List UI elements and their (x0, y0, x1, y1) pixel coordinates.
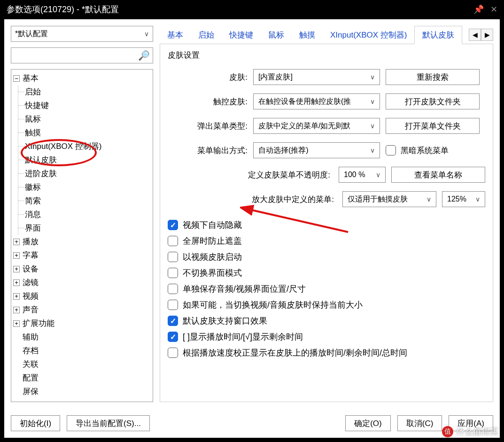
expand-icon[interactable]: + (13, 252, 20, 259)
tree-item[interactable]: 存档 (13, 344, 152, 357)
checkbox-box[interactable] (168, 332, 178, 342)
open-skin-folder-button[interactable]: 打开皮肤文件夹 (386, 93, 480, 109)
expand-icon[interactable]: + (13, 320, 20, 327)
view-menu-name-button[interactable]: 查看菜单名称 (391, 167, 485, 183)
chevron-down-icon: ∨ (370, 122, 375, 130)
research-button[interactable]: 重新搜索 (386, 69, 480, 85)
checkbox-label: 以视频皮肤启动 (183, 251, 242, 263)
tree-node-basic[interactable]: −基本 (13, 71, 152, 85)
tree-node[interactable]: +视频 (13, 289, 152, 303)
tab-start[interactable]: 启始 (191, 26, 222, 44)
checkbox-label: [ ]显示播放时间/[√]显示剩余时间 (183, 331, 303, 342)
apply-button[interactable]: 应用(A) (449, 415, 493, 431)
tree-node[interactable]: +扩展功能 (13, 317, 152, 330)
tree-node[interactable]: +滤镜 (13, 276, 152, 289)
tree-node[interactable]: +字幕 (13, 248, 152, 262)
label-menu-output: 菜单输出方式: (168, 145, 248, 156)
tree-item[interactable]: 简索 (25, 194, 152, 208)
checkbox-box[interactable] (168, 220, 178, 230)
combo-zoom-pct[interactable]: 125%∨ (442, 191, 485, 207)
combo-menu-output[interactable]: 自动选择(推荐)∨ (253, 142, 380, 158)
tab-touch[interactable]: 触摸 (292, 26, 323, 44)
tree-item[interactable]: 启始 (25, 85, 152, 99)
group-title: 皮肤设置 (168, 50, 485, 61)
chevron-down-icon: ∨ (376, 171, 380, 178)
combo-popup-type[interactable]: 皮肤中定义的菜单/如无则默∨ (253, 118, 380, 134)
checkbox-8[interactable]: 根据播放速度校正显示在皮肤上的播放时间/剩余时间/总时间 (168, 347, 485, 358)
tab-prev-button[interactable]: ◀ (469, 29, 481, 41)
combo-opacity[interactable]: 100 %∨ (339, 167, 386, 183)
label-zoom: 放大皮肤中定义的菜单: (168, 194, 337, 205)
tree-item[interactable]: 触摸 (25, 126, 152, 140)
tab-mouse[interactable]: 鼠标 (261, 26, 292, 44)
right-pane: 基本 启始 快捷键 鼠标 触摸 XInput(XBOX 控制器) 默认皮肤 ◀ … (160, 26, 493, 402)
collapse-icon[interactable]: − (13, 75, 20, 82)
expand-icon[interactable]: + (13, 307, 20, 313)
pin-icon[interactable]: 📌 (473, 4, 484, 15)
checkbox-label: 如果可能，当切换视频/音频皮肤时保持当前大小 (183, 299, 363, 310)
checkbox-1[interactable]: 全屏时防止遮盖 (168, 235, 485, 247)
cancel-button[interactable]: 取消(C) (397, 415, 442, 431)
checkbox-2[interactable]: 以视频皮肤启动 (168, 251, 485, 263)
label-opacity: 定义皮肤菜单不透明度: (168, 170, 333, 180)
checkbox-box[interactable] (168, 236, 178, 246)
checkbox-5[interactable]: 如果可能，当切换视频/音频皮肤时保持当前大小 (168, 299, 485, 310)
search-input[interactable] (14, 51, 138, 60)
dark-menu-check[interactable]: 黑暗系统菜单 (386, 145, 449, 156)
tree-item[interactable]: 界面 (25, 221, 152, 235)
checkbox-label: 视频下自动隐藏 (183, 219, 242, 231)
tree-item[interactable]: 徽标 (25, 180, 152, 194)
settings-panel: 皮肤设置 皮肤: [内置皮肤]∨ 重新搜索 触控皮肤: 在触控设备使用触控皮肤(… (160, 44, 493, 402)
chevron-down-icon: ∨ (475, 195, 480, 203)
combo-skin[interactable]: [内置皮肤]∨ (253, 69, 380, 85)
expand-icon[interactable]: + (13, 293, 20, 300)
export-config-button[interactable]: 导出当前配置(S)... (67, 415, 150, 431)
checkbox-box[interactable] (168, 268, 178, 278)
checkbox-box[interactable] (168, 348, 178, 358)
close-icon[interactable]: ✕ (490, 4, 497, 15)
expand-icon[interactable]: + (13, 266, 20, 272)
tab-shortcut[interactable]: 快捷键 (222, 26, 261, 44)
tab-xinput[interactable]: XInput(XBOX 控制器) (323, 26, 414, 44)
checkbox-box[interactable] (168, 284, 178, 294)
config-select[interactable]: *默认配置 ∨ (11, 26, 153, 42)
combo-zoom-mode[interactable]: 仅适用于触摸皮肤∨ (342, 191, 436, 207)
tree-item[interactable]: 鼠标 (25, 112, 152, 126)
checkbox-6[interactable]: 默认皮肤支持窗口效果 (168, 315, 485, 326)
tree-item[interactable]: 辅助 (13, 330, 152, 344)
expand-icon[interactable]: + (13, 239, 20, 245)
tree-item[interactable]: 消息 (25, 208, 152, 221)
footer: 初始化(I) 导出当前配置(S)... 确定(O) 取消(C) 应用(A) (4, 409, 500, 438)
tree-item[interactable]: 关联 (13, 357, 152, 371)
expand-icon[interactable]: + (13, 279, 20, 286)
ok-button[interactable]: 确定(O) (345, 415, 391, 431)
tab-basic[interactable]: 基本 (160, 26, 191, 44)
tree-node[interactable]: +设备 (13, 262, 152, 276)
checkbox-label: 不切换界面模式 (183, 267, 242, 279)
checkbox-3[interactable]: 不切换界面模式 (168, 267, 485, 279)
search-icon[interactable]: 🔍 (138, 50, 150, 61)
tree-item[interactable]: 配置 (13, 371, 152, 385)
checkbox-box[interactable] (168, 300, 178, 310)
chevron-down-icon: ∨ (370, 147, 375, 154)
checkbox-box[interactable] (168, 316, 178, 326)
checkbox-4[interactable]: 单独保存音频/视频界面位置/尺寸 (168, 283, 485, 295)
tree-node[interactable]: +播放 (13, 235, 152, 248)
checkbox-0[interactable]: 视频下自动隐藏 (168, 219, 485, 231)
tab-default-skin[interactable]: 默认皮肤 (414, 26, 462, 44)
combo-touch-skin[interactable]: 在触控设备使用触控皮肤(推∨ (253, 93, 380, 109)
tab-next-button[interactable]: ▶ (481, 29, 493, 41)
checkbox-box[interactable] (168, 252, 178, 262)
open-menu-folder-button[interactable]: 打开菜单文件夹 (386, 118, 480, 134)
search-box: 🔍 (11, 47, 153, 63)
tree-item[interactable]: 屏保 (13, 385, 152, 398)
init-button[interactable]: 初始化(I) (11, 415, 60, 431)
checkbox-7[interactable]: [ ]显示播放时间/[√]显示剩余时间 (168, 331, 485, 342)
tree-item[interactable]: XInput(XBOX 控制器) (25, 140, 152, 153)
settings-tree[interactable]: −基本 启始 快捷键 鼠标 触摸 XInput(XBOX 控制器) 默认皮肤 进… (11, 69, 153, 402)
tree-item[interactable]: 进阶皮肤 (25, 167, 152, 180)
tab-strip: 基本 启始 快捷键 鼠标 触摸 XInput(XBOX 控制器) 默认皮肤 ◀ … (160, 26, 493, 44)
tree-item[interactable]: 快捷键 (25, 99, 152, 112)
tree-node[interactable]: +声音 (13, 303, 152, 317)
tree-item-default-skin[interactable]: 默认皮肤 (25, 153, 152, 167)
